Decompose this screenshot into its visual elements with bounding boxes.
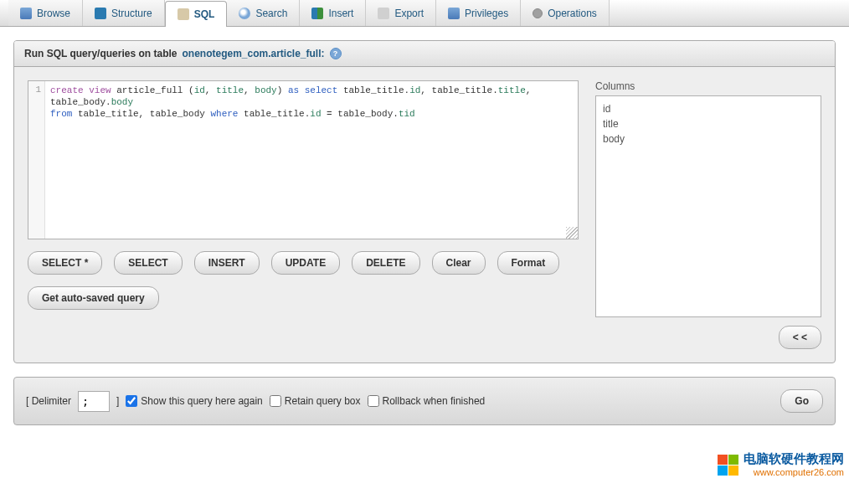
tab-search[interactable]: Search <box>227 0 300 26</box>
insert-column-button[interactable]: < < <box>779 326 821 349</box>
help-icon[interactable]: ? <box>330 48 342 59</box>
tab-label: SQL <box>194 8 215 20</box>
tab-browse[interactable]: Browse <box>8 0 83 26</box>
retain-label[interactable]: Retain query box <box>270 395 361 407</box>
line-gutter: 1 <box>28 81 45 239</box>
tab-sql[interactable]: SQL <box>165 1 228 27</box>
sql-icon <box>178 8 189 20</box>
tab-label: Browse <box>37 8 70 19</box>
retain-checkbox[interactable] <box>270 395 281 407</box>
windows-logo-icon <box>718 455 738 476</box>
update-button[interactable]: UPDATE <box>271 251 340 275</box>
panel-header-text: Run SQL query/queries on table <box>24 48 177 59</box>
watermark: 电脑软硬件教程网 www.computer26.com <box>718 451 844 477</box>
sql-editor[interactable]: 1 create view article_full (id, title, b… <box>28 80 579 239</box>
column-item[interactable]: title <box>603 116 814 131</box>
structure-icon <box>95 8 106 19</box>
show-again-label[interactable]: Show this query here again <box>126 395 262 407</box>
go-button[interactable]: Go <box>780 389 823 413</box>
auto-saved-button[interactable]: Get auto-saved query <box>28 286 159 310</box>
panel-header-link[interactable]: onenotegem_com.article_full: <box>182 48 324 59</box>
column-item[interactable]: body <box>603 131 814 147</box>
tab-operations[interactable]: Operations <box>521 0 610 26</box>
insert-icon <box>311 8 323 19</box>
delimiter-close: ] <box>116 395 119 407</box>
columns-list[interactable]: idtitlebody <box>595 95 821 317</box>
watermark-line1: 电脑软硬件教程网 <box>744 451 844 467</box>
sql-panel: Run SQL query/queries on table onenotege… <box>13 40 836 363</box>
delimiter-open: [ Delimiter <box>26 395 71 407</box>
tab-export[interactable]: Export <box>366 0 436 26</box>
resize-handle[interactable] <box>566 227 578 239</box>
watermark-line2: www.computer26.com <box>744 467 844 477</box>
sql-code-area[interactable]: create view article_full (id, title, bod… <box>45 81 578 239</box>
tab-label: Export <box>394 8 424 19</box>
delimiter-input[interactable] <box>78 391 110 412</box>
show-again-text: Show this query here again <box>141 395 262 407</box>
clear-button[interactable]: Clear <box>432 251 486 275</box>
show-again-checkbox[interactable] <box>126 395 137 407</box>
export-icon <box>378 8 389 19</box>
tab-label: Operations <box>548 8 597 19</box>
select-star-button[interactable]: SELECT * <box>28 251 102 275</box>
browse-icon <box>20 8 32 19</box>
retain-text: Retain query box <box>285 395 361 407</box>
privileges-icon <box>448 8 460 19</box>
tab-privileges[interactable]: Privileges <box>436 0 521 26</box>
columns-label: Columns <box>595 80 821 92</box>
tab-label: Insert <box>328 8 353 19</box>
search-icon <box>239 8 250 19</box>
bottom-bar: [ Delimiter ] Show this query here again… <box>13 377 836 425</box>
tab-structure[interactable]: Structure <box>83 0 165 26</box>
operations-icon <box>533 8 543 18</box>
rollback-checkbox[interactable] <box>368 395 379 407</box>
insert-button[interactable]: INSERT <box>194 251 260 275</box>
format-button[interactable]: Format <box>497 251 560 275</box>
top-tabs: Browse Structure SQL Search Insert Expor… <box>0 0 849 27</box>
panel-header: Run SQL query/queries on table onenotege… <box>14 41 835 67</box>
tab-label: Privileges <box>465 8 508 19</box>
tab-label: Search <box>255 8 287 19</box>
rollback-text: Rollback when finished <box>383 395 486 407</box>
delete-button[interactable]: DELETE <box>352 251 419 275</box>
tab-insert[interactable]: Insert <box>300 0 366 26</box>
column-item[interactable]: id <box>603 101 814 116</box>
tab-label: Structure <box>111 8 152 19</box>
rollback-label[interactable]: Rollback when finished <box>368 395 486 407</box>
select-button[interactable]: SELECT <box>114 251 182 275</box>
